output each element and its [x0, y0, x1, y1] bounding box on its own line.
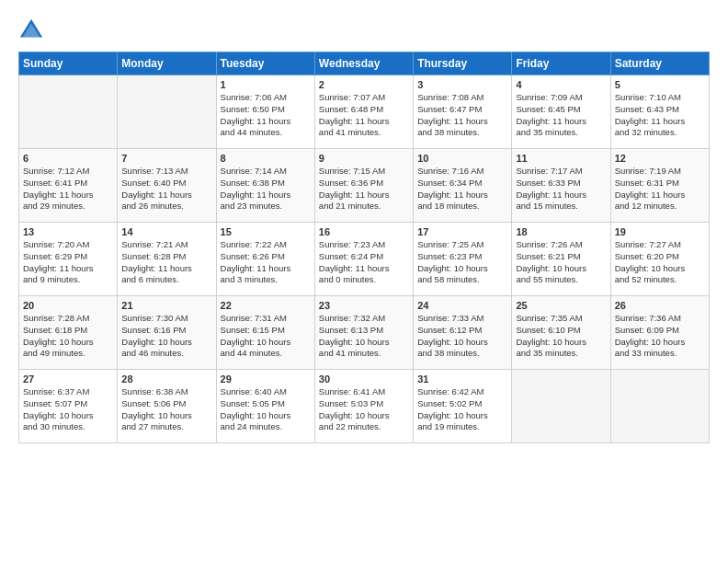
cell-line: Daylight: 11 hours: [319, 263, 409, 275]
cell-line: Sunset: 6:21 PM: [516, 251, 606, 263]
calendar-cell: 29Sunrise: 6:40 AMSunset: 5:05 PMDayligh…: [216, 370, 314, 443]
cell-line: Sunrise: 7:19 AM: [615, 166, 705, 178]
header-day-tuesday: Tuesday: [216, 52, 314, 75]
calendar-cell: 21Sunrise: 7:30 AMSunset: 6:16 PMDayligh…: [118, 296, 216, 370]
cell-line: Daylight: 10 hours: [615, 263, 705, 275]
cell-line: Daylight: 11 hours: [319, 190, 409, 201]
cell-line: and 41 minutes.: [319, 348, 409, 360]
cell-line: Daylight: 11 hours: [319, 116, 409, 128]
calendar-cell: 27Sunrise: 6:37 AMSunset: 5:07 PMDayligh…: [19, 370, 118, 443]
calendar-cell: 31Sunrise: 6:42 AMSunset: 5:02 PMDayligh…: [414, 370, 512, 443]
calendar-cell: 8Sunrise: 7:14 AMSunset: 6:38 PMDaylight…: [216, 149, 314, 223]
cell-line: Daylight: 11 hours: [417, 190, 507, 201]
cell-line: and 46 minutes.: [121, 348, 211, 360]
calendar-cell: 2Sunrise: 7:07 AMSunset: 6:48 PMDaylight…: [314, 75, 413, 149]
day-number: 22: [221, 300, 311, 311]
cell-line: and 49 minutes.: [23, 348, 113, 360]
cell-line: Sunrise: 6:42 AM: [417, 386, 507, 398]
cell-line: and 27 minutes.: [121, 421, 211, 433]
cell-line: Sunset: 6:20 PM: [615, 251, 705, 263]
calendar-cell: 16Sunrise: 7:23 AMSunset: 6:24 PMDayligh…: [314, 223, 413, 296]
cell-line: Sunrise: 7:16 AM: [417, 166, 507, 178]
cell-line: Sunset: 6:38 PM: [221, 178, 311, 190]
cell-line: Daylight: 10 hours: [516, 337, 606, 349]
calendar-cell: 1Sunrise: 7:06 AMSunset: 6:50 PMDaylight…: [216, 75, 314, 149]
cell-line: Sunset: 6:48 PM: [319, 104, 409, 116]
cell-line: Sunset: 6:26 PM: [221, 251, 311, 263]
cell-line: Sunrise: 7:20 AM: [23, 239, 113, 251]
cell-line: Daylight: 10 hours: [319, 410, 409, 422]
calendar-cell: 5Sunrise: 7:10 AMSunset: 6:43 PMDaylight…: [610, 75, 709, 149]
cell-line: Sunset: 6:18 PM: [23, 325, 113, 337]
calendar-cell: 26Sunrise: 7:36 AMSunset: 6:09 PMDayligh…: [610, 296, 709, 370]
cell-line: Sunrise: 7:30 AM: [121, 313, 211, 325]
cell-line: Sunset: 6:16 PM: [121, 325, 211, 337]
header-day-wednesday: Wednesday: [314, 52, 413, 75]
cell-line: Sunrise: 7:07 AM: [319, 92, 409, 104]
day-number: 24: [417, 300, 507, 311]
cell-line: and 29 minutes.: [23, 201, 113, 213]
header-day-thursday: Thursday: [414, 52, 512, 75]
cell-line: and 22 minutes.: [319, 421, 409, 433]
day-number: 11: [516, 153, 606, 164]
cell-line: Sunset: 6:40 PM: [121, 178, 211, 190]
day-number: 26: [615, 300, 705, 311]
cell-line: Daylight: 11 hours: [221, 190, 311, 201]
cell-line: Sunset: 5:06 PM: [121, 398, 211, 410]
cell-line: and 21 minutes.: [319, 201, 409, 213]
calendar-cell: 12Sunrise: 7:19 AMSunset: 6:31 PMDayligh…: [610, 149, 709, 223]
page: SundayMondayTuesdayWednesdayThursdayFrid…: [0, 0, 728, 563]
day-number: 8: [221, 153, 311, 164]
cell-line: and 30 minutes.: [23, 421, 113, 433]
cell-line: Daylight: 10 hours: [319, 337, 409, 349]
cell-line: Sunrise: 7:08 AM: [417, 92, 507, 104]
cell-line: Sunrise: 7:25 AM: [417, 239, 507, 251]
day-number: 30: [319, 373, 409, 385]
cell-line: and 44 minutes.: [221, 348, 311, 360]
cell-line: Daylight: 10 hours: [221, 410, 311, 422]
cell-line: Daylight: 11 hours: [417, 116, 507, 128]
calendar-table: SundayMondayTuesdayWednesdayThursdayFrid…: [18, 52, 710, 443]
calendar-cell: 10Sunrise: 7:16 AMSunset: 6:34 PMDayligh…: [414, 149, 512, 223]
day-number: 3: [417, 79, 507, 90]
cell-line: Sunrise: 7:36 AM: [615, 313, 705, 325]
day-number: 9: [319, 153, 409, 164]
cell-line: Daylight: 10 hours: [121, 410, 211, 422]
cell-line: Sunrise: 7:10 AM: [615, 92, 705, 104]
calendar-cell: 22Sunrise: 7:31 AMSunset: 6:15 PMDayligh…: [216, 296, 314, 370]
day-number: 1: [221, 79, 311, 90]
cell-line: Daylight: 10 hours: [516, 263, 606, 275]
cell-line: Daylight: 10 hours: [23, 337, 113, 349]
day-number: 6: [23, 153, 113, 164]
cell-line: Sunset: 6:34 PM: [417, 178, 507, 190]
cell-line: and 38 minutes.: [417, 348, 507, 360]
day-number: 19: [615, 226, 705, 237]
cell-line: and 0 minutes.: [319, 274, 409, 286]
cell-line: and 12 minutes.: [615, 201, 705, 213]
cell-line: Sunrise: 7:21 AM: [121, 239, 211, 251]
cell-line: Sunset: 6:50 PM: [221, 104, 311, 116]
day-number: 15: [221, 226, 311, 237]
calendar-cell: 14Sunrise: 7:21 AMSunset: 6:28 PMDayligh…: [118, 223, 216, 296]
cell-line: Sunset: 6:31 PM: [615, 178, 705, 190]
calendar-cell: [512, 370, 610, 443]
day-number: 5: [615, 79, 705, 90]
cell-line: and 35 minutes.: [516, 127, 606, 139]
calendar-cell: 18Sunrise: 7:26 AMSunset: 6:21 PMDayligh…: [512, 223, 610, 296]
calendar-cell: 7Sunrise: 7:13 AMSunset: 6:40 PMDaylight…: [118, 149, 216, 223]
day-number: 31: [417, 373, 507, 385]
cell-line: Daylight: 11 hours: [221, 116, 311, 128]
header-day-friday: Friday: [512, 52, 610, 75]
cell-line: Sunset: 5:02 PM: [417, 398, 507, 410]
day-number: 4: [516, 79, 606, 90]
cell-line: Sunrise: 7:22 AM: [221, 239, 311, 251]
cell-line: Sunrise: 7:15 AM: [319, 166, 409, 178]
day-number: 2: [319, 79, 409, 90]
cell-line: Sunset: 6:12 PM: [417, 325, 507, 337]
cell-line: Daylight: 11 hours: [23, 263, 113, 275]
day-number: 27: [23, 373, 113, 385]
day-number: 21: [121, 300, 211, 311]
header-day-monday: Monday: [118, 52, 216, 75]
cell-line: Sunrise: 7:26 AM: [516, 239, 606, 251]
cell-line: Sunset: 6:45 PM: [516, 104, 606, 116]
